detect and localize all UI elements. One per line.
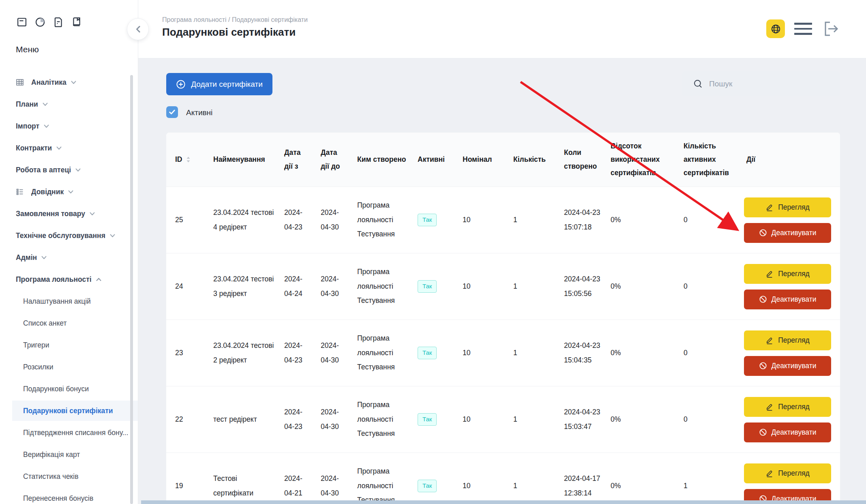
cell-active: Так: [414, 386, 456, 453]
pie-chart-icon: [34, 16, 46, 28]
column-header[interactable]: Кількість активних сертифікатів: [677, 133, 740, 187]
view-button[interactable]: Перегляд: [744, 264, 831, 284]
cell-date_to: 2024-04-30: [314, 386, 351, 453]
sidebar-subitem[interactable]: Розсилки: [0, 356, 138, 378]
cell-quantity: 1: [507, 320, 557, 386]
sidebar-subitem[interactable]: Підтвердження списання бону...: [0, 422, 138, 444]
cell-active_certs: 0: [677, 253, 740, 320]
view-button[interactable]: Перегляд: [744, 463, 831, 483]
status-badge: Так: [418, 280, 437, 293]
sidebar-item[interactable]: Аналітика: [0, 71, 138, 93]
chevron-up-icon: [96, 277, 101, 281]
sidebar-item[interactable]: Робота в аптеці: [0, 159, 138, 181]
menu-title: Меню: [16, 45, 39, 54]
sidebar-item-label: Технічне обслуговування: [16, 232, 105, 240]
sidebar-subitem-label: Верифікація карт: [23, 450, 80, 459]
sidebar-item[interactable]: Технічне обслуговування: [0, 225, 138, 247]
cell-active: Так: [414, 253, 456, 320]
column-header[interactable]: Коли створено: [557, 133, 604, 187]
cell-id: 22: [166, 386, 207, 453]
cell-id: 24: [166, 253, 207, 320]
view-button-label: Перегляд: [778, 403, 810, 411]
sidebar-subitem[interactable]: Налаштування акцій: [0, 290, 138, 312]
deactivate-button[interactable]: Деактивувати: [744, 356, 831, 376]
sidebar-item[interactable]: Контракти: [0, 137, 138, 159]
sidebar-subitem[interactable]: Подарункові бонуси: [0, 378, 138, 400]
deactivate-button-label: Деактивувати: [772, 295, 817, 304]
cell-quantity: 1: [507, 253, 557, 320]
add-certificates-button[interactable]: Додати сертифікати: [166, 73, 272, 95]
sidebar-subitem-label: Статистика чеків: [23, 472, 78, 481]
sidebar-subitem-label: Подарункові сертифікати: [23, 407, 113, 415]
sidebar-subitem-label: Подарункові бонуси: [23, 385, 89, 393]
cell-created_by: Програма лояльності Тестування: [351, 386, 414, 453]
column-header[interactable]: Відсоток використаних сертифікатів: [604, 133, 677, 187]
deactivate-button[interactable]: Деактивувати: [744, 223, 831, 243]
cell-created_by: Програма лояльності Тестування: [351, 187, 414, 253]
deactivate-button[interactable]: Деактивувати: [744, 290, 831, 309]
sidebar-subitem[interactable]: Перенесення бонусів: [0, 487, 138, 504]
column-header[interactable]: Кількість: [507, 133, 557, 187]
sidebar-item-label: Довідник: [31, 188, 64, 196]
logout-button[interactable]: [821, 19, 841, 39]
view-button[interactable]: Перегляд: [744, 397, 831, 417]
column-header[interactable]: Дії: [740, 133, 840, 187]
table-body: 2523.04.2024 тестові 4 редірект2024-04-2…: [166, 187, 840, 504]
column-header[interactable]: Активні: [414, 133, 456, 187]
column-header[interactable]: Номінал: [456, 133, 507, 187]
sidebar-item[interactable]: Імпорт: [0, 115, 138, 137]
add-certificates-label: Додати сертифікати: [191, 80, 263, 89]
cell-active: Так: [414, 320, 456, 386]
sidebar-item[interactable]: Плани: [0, 93, 138, 115]
chevron-down-icon: [75, 168, 81, 172]
sidebar-item[interactable]: Адмін: [0, 247, 138, 268]
sidebar-item-label: Робота в аптеці: [16, 166, 71, 174]
sidebar-subitem[interactable]: Список анкет: [0, 312, 138, 334]
column-header[interactable]: Ким створено: [351, 133, 414, 187]
cell-created_by: Програма лояльності Тестування: [351, 253, 414, 320]
sidebar-subitem[interactable]: Верифікація карт: [0, 444, 138, 465]
view-button[interactable]: Перегляд: [744, 330, 831, 350]
sidebar-subitem[interactable]: Тригери: [0, 334, 138, 356]
sidebar-subitem-label: Розсилки: [23, 363, 53, 371]
sidebar-item[interactable]: Програма лояльності: [0, 268, 138, 290]
sidebar-item-label: Замовлення товару: [16, 210, 85, 218]
cell-created_at: 2024-04-23 15:05:56: [557, 253, 604, 320]
cell-date_from: 2024-04-21: [278, 453, 314, 504]
cell-name: 23.04.2024 тестові 4 редірект: [207, 187, 278, 253]
status-badge: Так: [418, 480, 437, 492]
deactivate-button-label: Деактивувати: [772, 229, 817, 237]
sidebar-item[interactable]: Довідник: [0, 181, 138, 203]
document-icon: [53, 16, 64, 28]
column-header[interactable]: Дата дії до: [314, 133, 351, 187]
sidebar-subitem-label: Список анкет: [23, 319, 67, 328]
sidebar-nav: АналітикаПланиІмпортКонтрактиРобота в ап…: [0, 71, 138, 504]
deactivate-button[interactable]: Деактивувати: [744, 423, 831, 442]
active-checkbox[interactable]: [166, 106, 178, 118]
sidebar-item[interactable]: Замовлення товару: [0, 203, 138, 225]
search-input[interactable]: [708, 79, 832, 89]
column-header[interactable]: ID: [166, 133, 207, 187]
cell-active_certs: 0: [677, 320, 740, 386]
sidebar-subitem[interactable]: Статистика чеків: [0, 465, 138, 487]
stop-icon: [759, 295, 767, 303]
column-header-label: Коли створено: [564, 146, 601, 173]
menu-toggle-button[interactable]: [794, 19, 812, 38]
sidebar-collapse-button[interactable]: [127, 18, 149, 40]
edit-icon: [765, 403, 774, 411]
sidebar-subitem[interactable]: Подарункові сертифікати: [0, 400, 138, 422]
column-header[interactable]: Дата дії з: [278, 133, 314, 187]
cell-active_certs: 0: [677, 386, 740, 453]
cell-actions: ПереглядДеактивувати: [740, 253, 840, 320]
horizontal-scrollbar[interactable]: [141, 500, 866, 504]
language-globe-button[interactable]: [766, 19, 785, 38]
cell-active_certs: 1: [677, 453, 740, 504]
page-title: Подарункові сертифікати: [162, 26, 296, 39]
table-row: 2323.04.2024 тестові 2 редірект2024-04-2…: [166, 320, 840, 386]
sidebar-scrollbar[interactable]: [130, 75, 133, 504]
view-button[interactable]: Перегляд: [744, 197, 831, 217]
sidebar-top-icons: [16, 16, 82, 28]
certificates-table: IDНайменуванняДата дії зДата дії доКим с…: [166, 133, 840, 504]
cell-used_percent: 0%: [604, 320, 677, 386]
column-header[interactable]: Найменування: [207, 133, 278, 187]
